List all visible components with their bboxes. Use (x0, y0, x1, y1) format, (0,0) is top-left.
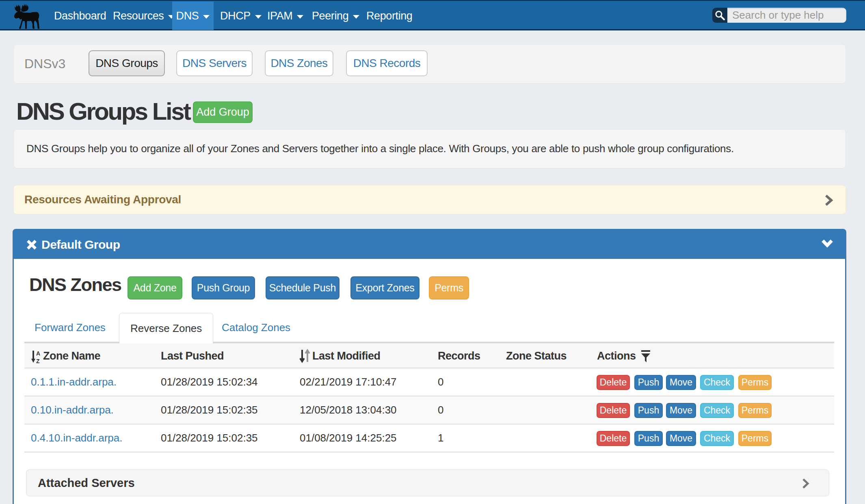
svg-text:Z: Z (36, 358, 40, 364)
svg-text:A: A (36, 350, 40, 357)
